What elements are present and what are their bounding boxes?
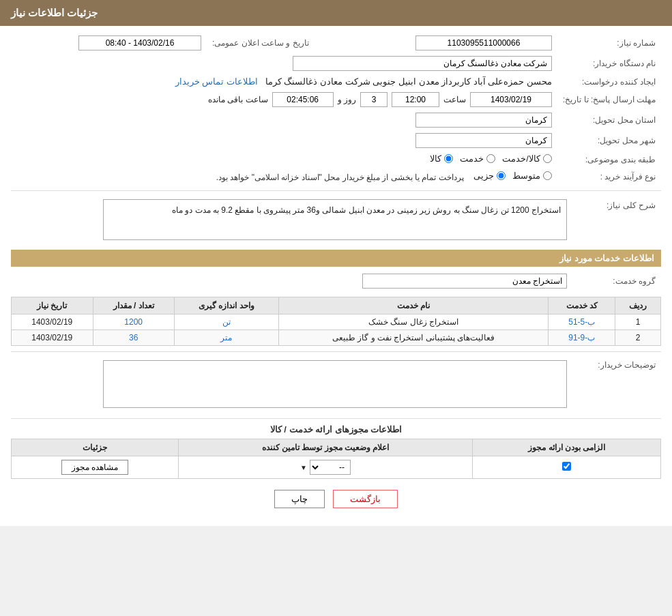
buyer-name-input[interactable]	[293, 56, 552, 71]
back-button[interactable]: بازگشت	[333, 490, 398, 508]
services-table: ردیف کد خدمت نام خدمت واحد اندازه گیری ت…	[11, 297, 661, 346]
services-section-title: اطلاعات خدمات مورد نیاز	[11, 250, 661, 267]
request-number-label: شماره نیاز:	[557, 33, 661, 53]
th-qty: تعداد / مقدار	[93, 297, 174, 314]
page-title: جزئیات اطلاعات نیاز	[11, 7, 98, 18]
chevron-down-icon: ▼	[300, 464, 307, 471]
category-kala-label: کالا	[430, 153, 441, 164]
divider-1	[11, 190, 661, 191]
print-button[interactable]: چاپ	[274, 490, 325, 508]
th-license-details: جزئیات	[12, 439, 179, 456]
creator-text: محسن حمزه‌علی آباد کاربرداز معدن ابنیل ج…	[265, 76, 552, 87]
cell-row: 2	[615, 330, 661, 346]
th-name: نام خدمت	[278, 297, 548, 314]
province-input[interactable]	[415, 113, 552, 128]
license-row: -- ▼ مشاهده مجوز	[12, 456, 661, 479]
buyer-name-value	[11, 53, 557, 74]
license-section-header: اطلاعات مجوزهای ارائه خدمت / کالا	[11, 424, 661, 435]
days-label: روز و	[338, 95, 356, 104]
basic-info-table: شماره نیاز: تاریخ و ساعت اعلان عمومی: نا…	[11, 33, 661, 185]
license-status-select[interactable]: --	[310, 460, 351, 475]
purchase-jozii-radio[interactable]	[497, 171, 506, 180]
city-value	[11, 130, 557, 151]
cell-qty: 36	[93, 330, 174, 346]
description-table: شرح کلی نیاز: استخراج 1200 تن زغال سنگ ب…	[11, 196, 661, 243]
remaining-time-input[interactable]	[272, 92, 334, 107]
request-number-value	[342, 33, 557, 53]
th-unit: واحد اندازه گیری	[174, 297, 278, 314]
cell-qty: 1200	[93, 314, 174, 330]
purchase-mota-label: متوسط	[512, 171, 540, 181]
cell-name: استخراج زغال سنگ خشک	[278, 314, 548, 330]
license-required-checkbox[interactable]	[562, 462, 571, 471]
category-both-label: کالا/خدمت	[502, 153, 540, 164]
page-wrapper: جزئیات اطلاعات نیاز شماره نیاز: تاریخ و …	[0, 0, 672, 526]
description-label: شرح کلی نیاز:	[572, 196, 661, 243]
button-row: بازگشت چاپ	[11, 490, 661, 508]
response-time-input[interactable]	[392, 92, 439, 107]
purchase-type-note: پرداخت تمام یا بخشی از مبلغ خریدار محل "…	[216, 173, 464, 182]
publish-date-input[interactable]	[78, 35, 201, 50]
table-row: 1 ب-5-51 استخراج زغال سنگ خشک تن 1200 14…	[12, 314, 661, 330]
purchase-type-value: جزیی متوسط پرداخت تمام یا بخشی از مبلغ خ…	[11, 168, 557, 185]
cell-code: ب-9-91	[549, 330, 615, 346]
response-deadline-value: ساعت روز و ساعت باقی مانده	[11, 89, 557, 110]
service-group-table: گروه خدمت:	[11, 271, 661, 291]
request-number-input[interactable]	[415, 35, 552, 50]
buyer-name-label: نام دستگاه خریدار:	[557, 53, 661, 74]
buyer-notes-value	[11, 357, 572, 413]
th-license-required: الزامی بودن ارائه مجوز	[473, 439, 661, 456]
th-date: تاریخ نیاز	[12, 297, 93, 314]
cell-code: ب-5-51	[549, 314, 615, 330]
cell-unit: متر	[174, 330, 278, 346]
purchase-mota-radio[interactable]	[543, 171, 552, 180]
cell-name: فعالیت‌های پشتیبانی استخراج نفت و گاز طب…	[278, 330, 548, 346]
buyer-notes-label: توضیحات خریدار:	[572, 357, 661, 413]
service-group-input[interactable]	[362, 274, 567, 289]
remaining-suffix: ساعت باقی مانده	[208, 95, 268, 104]
description-value: استخراج 1200 تن زغال سنگ به روش زیر زمین…	[11, 196, 572, 243]
category-khedmat-radio[interactable]	[486, 154, 495, 163]
cell-date: 1403/02/19	[12, 314, 93, 330]
main-content: شماره نیاز: تاریخ و ساعت اعلان عمومی: نا…	[0, 26, 672, 526]
city-label: شهر محل تحویل:	[557, 130, 661, 151]
divider-2	[11, 351, 661, 352]
table-row: 2 ب-9-91 فعالیت‌های پشتیبانی استخراج نفت…	[12, 330, 661, 346]
cell-unit: تن	[174, 314, 278, 330]
category-khedmat-label: خدمت	[460, 153, 484, 164]
category-value: کالا خدمت کالا/خدمت	[11, 151, 557, 168]
cell-date: 1403/02/19	[12, 330, 93, 346]
category-label: طبقه بندی موضوعی:	[557, 151, 661, 168]
publish-date-value	[11, 33, 207, 53]
divider-3	[11, 418, 661, 419]
creator-value: محسن حمزه‌علی آباد کاربرداز معدن ابنیل ج…	[11, 74, 557, 89]
view-license-button[interactable]: مشاهده مجوز	[61, 460, 128, 475]
province-label: استان محل تحویل:	[557, 110, 661, 130]
creator-link[interactable]: اطلاعات تماس خریدار	[175, 76, 258, 87]
th-row: ردیف	[615, 297, 661, 314]
city-input[interactable]	[415, 133, 552, 148]
purchase-type-label: نوع فرآیند خرید :	[557, 168, 661, 185]
time-label: ساعت	[443, 95, 466, 104]
license-details-cell: مشاهده مجوز	[12, 456, 179, 479]
purchase-jozii-label: جزیی	[473, 171, 494, 181]
response-date-input[interactable]	[470, 92, 552, 107]
notes-table: توضیحات خریدار:	[11, 357, 661, 413]
description-text: استخراج 1200 تن زغال سنگ به روش زیر زمین…	[103, 199, 567, 240]
category-both-radio[interactable]	[543, 154, 552, 163]
license-required-cell	[473, 456, 661, 479]
service-group-label: گروه خدمت:	[572, 271, 661, 291]
buyer-notes-textarea[interactable]	[103, 360, 567, 408]
license-table: الزامی بودن ارائه مجوز اعلام وضعیت مجوز …	[11, 439, 661, 479]
category-kala-radio[interactable]	[444, 154, 453, 163]
response-deadline-label: مهلت ارسال پاسخ: تا تاریخ:	[557, 89, 661, 110]
province-value	[11, 110, 557, 130]
cell-row: 1	[615, 314, 661, 330]
th-code: کد خدمت	[549, 297, 615, 314]
creator-label: ایجاد کننده درخواست:	[557, 74, 661, 89]
th-license-status: اعلام وضعیت مجوز توسط تامین کننده	[178, 439, 473, 456]
page-header: جزئیات اطلاعات نیاز	[0, 0, 672, 26]
service-group-value	[11, 271, 572, 291]
response-days-input[interactable]	[360, 92, 388, 107]
license-status-cell: -- ▼	[178, 456, 473, 479]
